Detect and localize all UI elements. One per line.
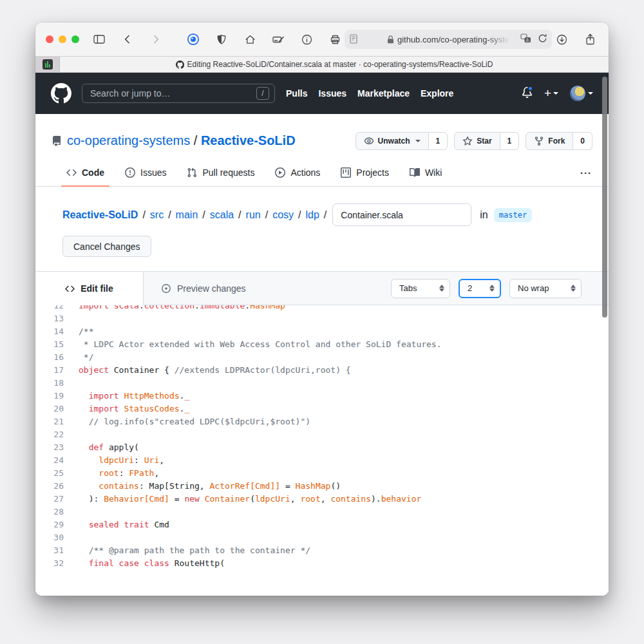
unwatch-button[interactable]: Unwatch xyxy=(355,132,429,150)
translate-icon[interactable]: あ xyxy=(520,33,531,43)
code-token: sealed trait xyxy=(89,520,155,529)
svg-text:あ: あ xyxy=(526,38,529,43)
code-line-24[interactable]: 24 ldpcUri: Uri, xyxy=(35,454,609,467)
watch-count[interactable]: 1 xyxy=(429,132,448,150)
wrap-mode-select[interactable]: No wrap xyxy=(509,279,582,298)
search-input[interactable]: Search or jump to… / xyxy=(82,84,275,103)
repo-tab-nav: CodeIssuesPull requestsActionsProjectsWi… xyxy=(35,160,609,187)
home-icon[interactable] xyxy=(240,31,260,48)
edit-file-label: Edit file xyxy=(80,283,113,294)
privacy-shield-icon[interactable] xyxy=(212,31,231,48)
tab-preview-changes[interactable]: Preview changes xyxy=(161,272,246,305)
breadcrumb-link-ldp[interactable]: ldp xyxy=(306,209,319,221)
code-line-12[interactable]: 12import scala.collection.immutable.Hash… xyxy=(35,305,609,312)
breadcrumb-link-cosy[interactable]: cosy xyxy=(272,209,294,221)
code-token: . xyxy=(194,305,200,310)
repo-tab-code[interactable]: Code xyxy=(56,160,115,186)
code-token xyxy=(79,455,99,465)
page-scrollbar[interactable] xyxy=(602,77,607,317)
code-line-25[interactable]: 25 root: FPath, xyxy=(35,467,609,480)
nav-marketplace[interactable]: Marketplace xyxy=(357,88,410,99)
code-line-20[interactable]: 20 import StatusCodes._ xyxy=(35,402,609,415)
tab-edit-file[interactable]: Edit file xyxy=(35,272,144,305)
nav-issues[interactable]: Issues xyxy=(318,88,346,99)
line-number: 30 xyxy=(35,531,64,544)
close-window-button[interactable] xyxy=(46,35,53,43)
code-line-14[interactable]: 14/** xyxy=(35,325,609,338)
cancel-changes-button[interactable]: Cancel Changes xyxy=(62,236,151,257)
indent-mode-value: Tabs xyxy=(399,283,417,293)
code-line-23[interactable]: 23 def apply( xyxy=(35,441,609,454)
info-icon[interactable] xyxy=(297,31,316,48)
nav-explore[interactable]: Explore xyxy=(421,88,453,99)
notifications-bell-icon[interactable] xyxy=(522,87,533,100)
code-text: /** @param path the path to the containe… xyxy=(64,544,310,557)
downloads-icon[interactable] xyxy=(552,31,571,48)
code-icon xyxy=(65,284,75,294)
reader-icon[interactable] xyxy=(349,33,358,47)
code-line-26[interactable]: 26 contains: Map[String, ActorRef[Cmd]] … xyxy=(35,480,609,493)
nav-pulls[interactable]: Pulls xyxy=(286,88,307,99)
code-line-19[interactable]: 19 import HttpMethods._ xyxy=(35,390,609,402)
code-token: def xyxy=(89,442,109,452)
repo-tab-actions[interactable]: Actions xyxy=(265,160,330,186)
repo-tab-pull-requests[interactable]: Pull requests xyxy=(176,160,265,186)
fork-button[interactable]: Fork xyxy=(526,132,573,150)
user-menu[interactable] xyxy=(570,86,593,101)
address-bar[interactable]: github.com/co-operating-syste あ xyxy=(345,30,552,49)
code-line-17[interactable]: 17object Container { //extends LDPRActor… xyxy=(35,364,609,377)
code-text: */ xyxy=(64,351,93,364)
breadcrumb-link-src[interactable]: src xyxy=(150,209,164,221)
select-arrows-icon xyxy=(571,285,576,292)
star-count[interactable]: 1 xyxy=(500,132,520,150)
code-line-29[interactable]: 29 sealed trait Cmd xyxy=(35,518,609,531)
breadcrumb-link-run[interactable]: run xyxy=(246,209,261,221)
more-tabs-kebab-icon[interactable]: ··· xyxy=(580,167,592,178)
breadcrumb-link-main[interactable]: main xyxy=(176,209,198,221)
code-line-16[interactable]: 16 */ xyxy=(35,351,609,364)
code-token: root xyxy=(99,468,118,478)
star-button[interactable]: Star xyxy=(454,132,500,150)
repo-tab-issues[interactable]: Issues xyxy=(115,160,176,186)
fork-count[interactable]: 0 xyxy=(573,132,592,150)
code-token: , xyxy=(321,494,331,504)
back-icon[interactable] xyxy=(118,31,137,48)
content-blocker-extension-icon[interactable] xyxy=(184,31,203,48)
pinned-tab[interactable] xyxy=(35,57,60,72)
printer-icon[interactable] xyxy=(325,31,345,48)
github-logo-icon[interactable] xyxy=(51,83,71,104)
repo-owner-link[interactable]: co-operating-systems xyxy=(67,133,190,147)
code-line-32[interactable]: 32 final case class RouteHttp( xyxy=(35,557,609,570)
code-line-27[interactable]: 27 ): Behavior[Cmd] = new Container(ldpc… xyxy=(35,493,609,506)
code-line-21[interactable]: 21 // log.info(s"created LDPC($ldpcUri,$… xyxy=(35,415,609,428)
code-line-31[interactable]: 31 /** @param path the path to the conta… xyxy=(35,544,609,557)
breadcrumb-link-scala[interactable]: scala xyxy=(210,209,234,221)
line-number: 24 xyxy=(35,454,64,467)
code-line-28[interactable]: 28 xyxy=(35,506,609,518)
code-line-22[interactable]: 22 xyxy=(35,428,609,441)
unwatch-label: Unwatch xyxy=(378,137,410,146)
sidebar-icon[interactable] xyxy=(90,31,109,48)
repo-tab-projects[interactable]: Projects xyxy=(330,160,399,186)
indent-size-select[interactable]: 2 xyxy=(459,279,501,298)
create-new-button[interactable]: + xyxy=(544,89,558,98)
repo-tab-wiki[interactable]: Wiki xyxy=(399,160,452,186)
share-icon[interactable] xyxy=(580,31,600,48)
editor-toolbar: Edit file Preview changes Tabs 2 xyxy=(35,272,609,305)
filename-input[interactable] xyxy=(332,204,471,226)
breadcrumb-link-reactive-solid[interactable]: Reactive-SoLiD xyxy=(62,209,138,221)
annotate-extension-icon[interactable] xyxy=(269,31,288,48)
active-tab[interactable]: Editing Reactive-SoLiD/Container.scala a… xyxy=(60,57,609,72)
code-editor[interactable]: 12import scala.collection.immutable.Hash… xyxy=(35,305,609,596)
code-token: contains xyxy=(99,481,139,491)
code-line-15[interactable]: 15 * LDPC Actor extended with Web Access… xyxy=(35,338,609,351)
avatar xyxy=(570,86,585,101)
code-line-30[interactable]: 30 xyxy=(35,531,609,544)
repo-name-link[interactable]: Reactive-SoLiD xyxy=(201,133,296,147)
indent-mode-select[interactable]: Tabs xyxy=(391,279,450,298)
zoom-window-button[interactable] xyxy=(71,35,79,43)
code-line-18[interactable]: 18 xyxy=(35,377,609,390)
code-line-13[interactable]: 13 xyxy=(35,312,609,325)
minimize-window-button[interactable] xyxy=(59,35,66,43)
reload-icon[interactable] xyxy=(538,33,547,43)
